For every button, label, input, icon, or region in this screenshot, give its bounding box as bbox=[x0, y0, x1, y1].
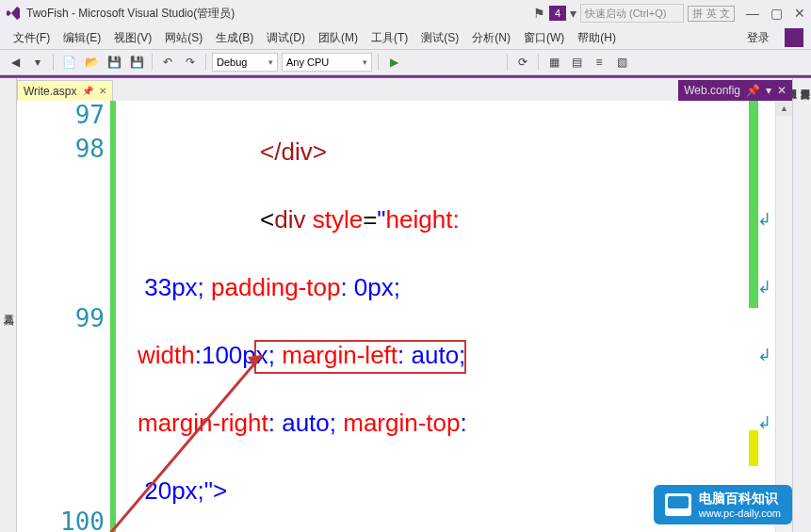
nav-back-button[interactable]: ◀ bbox=[6, 53, 24, 72]
menu-window[interactable]: 窗口(W) bbox=[518, 28, 570, 48]
watermark-en: www.pc-daily.com bbox=[699, 508, 781, 519]
tool-icon-2[interactable]: ▤ bbox=[567, 53, 586, 72]
chevron-down-icon[interactable]: ▾ bbox=[570, 6, 576, 21]
document-tabbar: Write.aspx 📌 ✕ Web.config 📌 ▾ ✕ bbox=[17, 78, 792, 101]
watermark-cn: 电脑百科知识 bbox=[699, 491, 781, 508]
right-sidebar[interactable]: 解决方案资源管理器 团队资源管理器 属性 bbox=[792, 78, 811, 532]
menu-tools[interactable]: 工具(T) bbox=[365, 28, 414, 48]
pin-icon[interactable]: 📌 bbox=[746, 84, 760, 97]
tool-icon-4[interactable]: ▧ bbox=[612, 53, 631, 72]
editor-area: Write.aspx 📌 ✕ Web.config 📌 ▾ ✕ 97 98 99… bbox=[17, 78, 792, 532]
title-right-cluster: ⚑ 4 ▾ 快速启动 (Ctrl+Q) 拼英 文 — ▢ ✕ bbox=[533, 4, 805, 23]
login-link[interactable]: 登录 bbox=[741, 28, 775, 48]
platform-combo[interactable]: Any CPU bbox=[282, 53, 372, 72]
maximize-button[interactable]: ▢ bbox=[770, 6, 783, 21]
annotation-highlight-box bbox=[254, 340, 466, 374]
toolbar: ◀ ▾ 📄 📂 💾 💾 ↶ ↷ Debug Any CPU ▶ ⟳ ▦ ▤ ≡ … bbox=[0, 49, 811, 75]
start-debug-button[interactable]: ▶ bbox=[384, 53, 403, 72]
tab-inactive-label[interactable]: Web.config bbox=[684, 84, 740, 97]
window-title: TwoFish - Microsoft Visual Studio(管理员) bbox=[26, 6, 533, 22]
tab-active[interactable]: Write.aspx 📌 ✕ bbox=[17, 80, 113, 101]
line-number: 97 bbox=[17, 101, 110, 135]
wrap-icon: ↲ bbox=[757, 270, 771, 304]
pin-icon[interactable]: 📌 bbox=[82, 86, 93, 96]
menu-help[interactable]: 帮助(H) bbox=[572, 28, 622, 48]
monitor-icon bbox=[665, 493, 691, 516]
tab-close-all-icon[interactable]: ✕ bbox=[777, 84, 787, 97]
wrap-icon: ↲ bbox=[757, 202, 771, 236]
browser-combo[interactable] bbox=[407, 53, 501, 72]
open-button[interactable]: 📂 bbox=[82, 53, 101, 72]
line-number: 100 bbox=[17, 508, 110, 532]
change-marker-yellow bbox=[749, 430, 758, 466]
wrap-icon: ↲ bbox=[757, 406, 771, 440]
undo-button[interactable]: ↶ bbox=[158, 53, 177, 72]
config-combo[interactable]: Debug bbox=[212, 53, 278, 72]
vs-logo-icon bbox=[6, 6, 21, 21]
menubar: 文件(F) 编辑(E) 视图(V) 网站(S) 生成(B) 调试(D) 团队(M… bbox=[0, 26, 811, 49]
titlebar: TwoFish - Microsoft Visual Studio(管理员) ⚑… bbox=[0, 0, 811, 26]
menu-website[interactable]: 网站(S) bbox=[159, 28, 208, 48]
flag-icon[interactable]: ⚑ bbox=[533, 6, 545, 21]
notification-badge[interactable]: 4 bbox=[549, 6, 566, 21]
code-editor[interactable]: 97 98 99 100 </div> <div style="height:↲… bbox=[17, 101, 792, 532]
menu-view[interactable]: 视图(V) bbox=[108, 28, 157, 48]
line-number: 98 bbox=[17, 135, 110, 304]
tool-icon-1[interactable]: ▦ bbox=[544, 53, 563, 72]
menu-debug[interactable]: 调试(D) bbox=[261, 28, 311, 48]
gutter: 97 98 99 100 bbox=[17, 101, 111, 532]
tab-label: Write.aspx bbox=[24, 85, 76, 98]
menu-analyze[interactable]: 分析(N) bbox=[466, 28, 516, 48]
ime-indicator[interactable]: 拼英 文 bbox=[688, 6, 735, 22]
tab-close-icon[interactable]: ✕ bbox=[99, 86, 106, 96]
watermark: 电脑百科知识 www.pc-daily.com bbox=[654, 485, 792, 524]
new-item-button[interactable]: 📄 bbox=[59, 53, 78, 72]
minimize-button[interactable]: — bbox=[746, 6, 759, 21]
save-button[interactable]: 💾 bbox=[105, 53, 123, 72]
vertical-scrollbar[interactable]: ▲ bbox=[775, 101, 792, 532]
save-all-button[interactable]: 💾 bbox=[127, 53, 146, 72]
menu-build[interactable]: 生成(B) bbox=[210, 28, 259, 48]
refresh-icon[interactable]: ⟳ bbox=[513, 53, 532, 72]
toolbox-sidebar[interactable]: 工具箱 bbox=[0, 78, 17, 532]
workspace: 工具箱 Write.aspx 📌 ✕ Web.config 📌 ▾ ✕ 97 9… bbox=[0, 78, 811, 532]
wrap-icon: ↲ bbox=[757, 338, 771, 372]
menu-test[interactable]: 测试(S) bbox=[415, 28, 464, 48]
tabbar-right: Web.config 📌 ▾ ✕ bbox=[678, 80, 792, 101]
tab-menu-icon[interactable]: ▾ bbox=[766, 84, 771, 97]
quicklaunch-input[interactable]: 快速启动 (Ctrl+Q) bbox=[580, 4, 684, 23]
change-marker bbox=[749, 101, 758, 308]
persona-icon[interactable] bbox=[785, 28, 803, 47]
sidebar-item[interactable]: 解决方案资源管理器 bbox=[798, 82, 811, 532]
menu-file[interactable]: 文件(F) bbox=[8, 28, 56, 48]
menu-team[interactable]: 团队(M) bbox=[313, 28, 364, 48]
redo-button[interactable]: ↷ bbox=[181, 53, 200, 72]
line-number: 99 bbox=[17, 304, 110, 508]
close-button[interactable]: ✕ bbox=[794, 6, 805, 21]
tool-icon-3[interactable]: ≡ bbox=[590, 53, 608, 72]
scroll-up-button[interactable]: ▲ bbox=[776, 101, 792, 116]
nav-fwd-button[interactable]: ▾ bbox=[28, 53, 47, 72]
menu-edit[interactable]: 编辑(E) bbox=[57, 28, 106, 48]
code-content[interactable]: </div> <div style="height:↲ 33px; paddin… bbox=[111, 101, 775, 532]
